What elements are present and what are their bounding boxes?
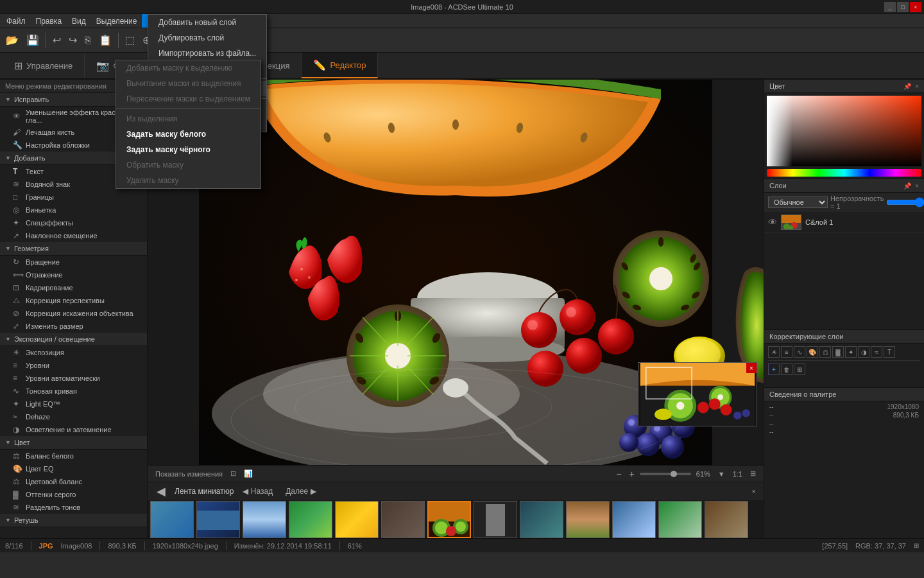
blend-mode-select[interactable]: Обычное Умножение Перекрытие [768, 197, 828, 208]
item-tone-curve[interactable]: ∿ Тоновая кривая [0, 385, 147, 398]
corr-btn-2[interactable]: ≡ [781, 346, 792, 358]
item-grayscale[interactable]: ▓ Оттенки серого [0, 488, 147, 501]
item-light-eq[interactable]: ✦ Light EQ™ [0, 398, 147, 410]
thumb-5[interactable] [335, 501, 379, 538]
corr-btn-7[interactable]: ✦ [845, 346, 857, 358]
close-btn[interactable]: × [910, 2, 921, 12]
item-levels[interactable]: ≡ Уровни [0, 359, 147, 372]
item-resize[interactable]: ⤢ Изменить размер [0, 320, 147, 333]
tool-undo[interactable]: ↩ [49, 32, 64, 48]
item-color-balance[interactable]: ⚖ Цветовой баланс [0, 475, 147, 488]
minimize-btn[interactable]: _ [884, 2, 896, 12]
tool-redo[interactable]: ↪ [65, 32, 80, 48]
tool-copy[interactable]: ⎘ [81, 33, 94, 48]
status-expand-btn[interactable]: ⊞ [914, 542, 919, 549]
menu-option-add-layer[interactable]: Добавить новый слой [148, 15, 266, 30]
corr-btn-4[interactable]: 🎨 [807, 346, 818, 358]
layers-pin-icon[interactable]: 📌 [903, 182, 911, 189]
thumb-next-label-btn[interactable]: Далее ▶ [282, 487, 320, 496]
fit-btn[interactable]: ⊞ [748, 468, 758, 479]
corr-btn-9[interactable]: ≈ [871, 346, 882, 358]
item-flip[interactable]: ⟺ Отражение [0, 268, 147, 281]
thumb-10[interactable] [566, 501, 610, 538]
menu-option-import-layer[interactable]: Импортировать из файла... [148, 46, 266, 61]
item-rotate[interactable]: ↻ Вращение [0, 256, 147, 268]
opacity-slider[interactable] [886, 198, 924, 206]
add-corr-layer-btn[interactable]: + [768, 363, 780, 375]
tab-editor[interactable]: ✏️ Редактор [302, 53, 378, 78]
zoom-options-btn[interactable]: ▼ [715, 469, 728, 479]
merge-corr-layer-btn[interactable]: ⊞ [794, 363, 805, 375]
menu-file[interactable]: Файл [1, 14, 31, 28]
item-lens[interactable]: ⊘ Коррекция искажения объектива [0, 307, 147, 320]
del-corr-layer-btn[interactable]: 🗑 [781, 363, 792, 375]
color-pin-icon[interactable]: 📌 [903, 83, 911, 90]
tool-save[interactable]: 💾 [23, 32, 42, 48]
item-exposure[interactable]: ☀ Экспозиция [0, 346, 147, 359]
thumb-2[interactable] [196, 501, 240, 538]
item-tilt-shift[interactable]: ↗ Наклонное смещение [0, 229, 147, 242]
item-dehaze[interactable]: ≈ Dehaze [0, 410, 147, 423]
thumb-9[interactable] [520, 501, 563, 538]
thumb-7[interactable] [427, 501, 471, 538]
item-color-eq[interactable]: 🎨 Цвет EQ [0, 462, 147, 475]
menu-view[interactable]: Вид [67, 14, 91, 28]
corr-btn-5[interactable]: ⚖ [819, 346, 831, 358]
tab-manage[interactable]: ⊞ Управление [3, 53, 85, 78]
mini-preview-close[interactable]: × [746, 363, 757, 373]
item-effects[interactable]: ✦ Спецэффекты [0, 216, 147, 229]
thumb-prev-btn[interactable]: ◀ [153, 484, 169, 498]
tool-select[interactable]: ⬚ [122, 32, 138, 48]
item-auto-levels[interactable]: ≡ Уровни автоматически [0, 372, 147, 385]
layers-close-icon[interactable]: × [915, 182, 919, 189]
menu-option-duplicate-layer[interactable]: Дублировать слой [148, 30, 266, 46]
zoom-slider[interactable] [640, 473, 691, 475]
corr-btn-10[interactable]: T [884, 346, 895, 358]
hue-bar[interactable] [767, 169, 921, 177]
item-white-balance[interactable]: ⚖ Баланс белого [0, 450, 147, 462]
thumb-6[interactable] [381, 501, 425, 538]
item-borders[interactable]: □ Границы [0, 191, 147, 204]
corr-btn-8[interactable]: ◑ [858, 346, 869, 358]
color-close-icon[interactable]: × [915, 83, 919, 90]
section-geometry[interactable]: ▼ Геометрия [0, 242, 147, 256]
thumb-8[interactable] [474, 501, 517, 538]
color-gradient[interactable] [767, 96, 921, 166]
thumb-prev-label-btn[interactable]: ◀ Назад [239, 487, 277, 496]
tool-open[interactable]: 📂 [3, 32, 22, 48]
layer-item-1[interactable]: 👁 С&лой 1 [764, 212, 924, 233]
menu-edit[interactable]: Правка [31, 14, 67, 28]
item-split-tones[interactable]: ≋ Разделить тонов [0, 501, 147, 514]
zoom-out-btn[interactable]: − [613, 468, 624, 480]
menu-selection[interactable]: Выделение [91, 14, 142, 28]
tool-paste[interactable]: 📋 [96, 32, 115, 48]
item-crop[interactable]: ⊡ Кадрирование [0, 281, 147, 294]
section-exposure[interactable]: ▼ Экспозиция / освещение [0, 333, 147, 346]
thumb-11[interactable] [612, 501, 656, 538]
thumb-strip-close-btn[interactable]: × [749, 486, 758, 496]
layer-visibility-icon[interactable]: 👁 [768, 217, 777, 227]
item-dodge-burn[interactable]: ◑ Осветление и затемнение [0, 423, 147, 436]
item-perspective[interactable]: ⧍ Коррекция перспективы [0, 294, 147, 307]
item-vignette[interactable]: ◎ Виньетка [0, 204, 147, 216]
section-color[interactable]: ▼ Цвет [0, 436, 147, 450]
thumb-4[interactable] [289, 501, 332, 538]
manage-icon: ⊞ [14, 60, 22, 72]
palette-label-3: -- [769, 420, 774, 427]
section-retouch[interactable]: ▼ Ретушь [0, 514, 147, 527]
thumb-1[interactable] [150, 501, 194, 538]
zoom-in-btn[interactable]: + [627, 468, 637, 480]
mask-option-black[interactable]: Задать маску чёрного [116, 142, 261, 157]
corr-btn-3[interactable]: ∿ [794, 346, 805, 358]
thumb-12[interactable] [658, 501, 702, 538]
zoom-thumb[interactable] [671, 471, 677, 477]
histogram-btn[interactable]: 📊 [241, 468, 255, 479]
thumb-3[interactable] [243, 501, 286, 538]
fit-window-btn[interactable]: ⊡ [228, 468, 239, 479]
corr-btn-1[interactable]: ☀ [768, 346, 780, 358]
show-changes-btn[interactable]: Показать изменения [153, 469, 225, 479]
mask-option-white[interactable]: Задать маску белого [116, 127, 261, 142]
corr-btn-6[interactable]: ▓ [832, 346, 844, 358]
thumb-13[interactable] [705, 501, 748, 538]
maximize-btn[interactable]: □ [897, 2, 909, 12]
